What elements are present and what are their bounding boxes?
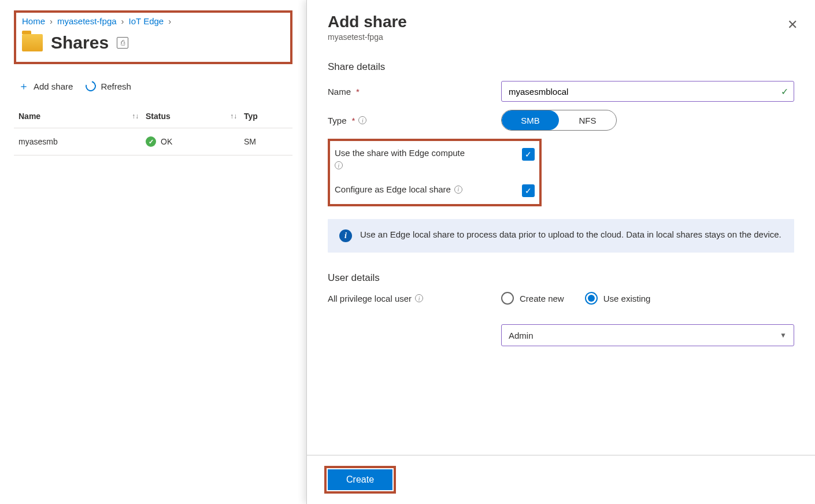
name-input[interactable]	[501, 81, 794, 102]
add-share-button[interactable]: ＋ Add share	[18, 79, 73, 93]
sort-icon: ↑↓	[230, 112, 244, 120]
label-name: Name*	[328, 87, 501, 97]
table-row[interactable]: myasesmb ✓ OK SM	[14, 128, 292, 155]
create-highlight-box: Create	[324, 466, 396, 494]
check-icon: ✓	[781, 86, 788, 97]
chevron-down-icon: ▼	[780, 331, 787, 339]
type-smb[interactable]: SMB	[502, 110, 559, 130]
pin-icon[interactable]: ⎙	[117, 37, 128, 49]
user-select-value: Admin	[509, 331, 534, 340]
ok-icon: ✓	[146, 136, 156, 147]
radio-use-existing[interactable]	[585, 292, 598, 305]
radio-existing-label: Use existing	[603, 294, 651, 303]
info-icon[interactable]: i	[454, 186, 462, 194]
info-text: Use an Edge local share to process data …	[360, 229, 781, 242]
info-icon[interactable]: i	[358, 116, 366, 124]
panel-subtitle: myasetest-fpga	[328, 32, 794, 42]
section-share-details: Share details	[328, 61, 794, 73]
sort-icon: ↑↓	[132, 112, 146, 120]
label-use-edge: Use the share with Edge compute	[335, 148, 465, 158]
edge-options-highlight: Use the share with Edge compute i ✓ Conf…	[328, 139, 542, 206]
cell-name: myasesmb	[18, 137, 146, 146]
plus-icon: ＋	[18, 79, 29, 93]
info-icon[interactable]: i	[335, 161, 343, 169]
chevron-right-icon: ›	[168, 16, 171, 26]
info-banner: i Use an Edge local share to process dat…	[328, 219, 794, 253]
create-button[interactable]: Create	[328, 469, 392, 490]
label-local-user: All privilege local user i	[328, 294, 501, 303]
refresh-button[interactable]: Refresh	[86, 79, 131, 93]
chevron-right-icon: ›	[50, 16, 53, 26]
label-config-local: Configure as Edge local share	[335, 184, 451, 194]
add-share-label: Add share	[34, 81, 73, 91]
info-badge-icon: i	[339, 229, 352, 242]
type-toggle: SMB NFS	[501, 110, 617, 131]
checkbox-use-edge[interactable]: ✓	[522, 148, 535, 161]
radio-create-label: Create new	[520, 294, 564, 303]
page-title: Shares	[51, 33, 109, 53]
refresh-icon	[84, 79, 98, 94]
close-icon[interactable]: ✕	[787, 17, 798, 32]
type-nfs[interactable]: NFS	[559, 110, 616, 130]
breadcrumb-home[interactable]: Home	[22, 16, 45, 26]
breadcrumb-iot-edge[interactable]: IoT Edge	[129, 16, 164, 26]
panel-title: Add share	[328, 13, 794, 31]
refresh-label: Refresh	[101, 81, 131, 91]
add-share-panel: ✕ Add share myasetest-fpga Share details…	[306, 0, 815, 504]
header-highlight-box: Home › myasetest-fpga › IoT Edge › Share…	[14, 10, 292, 64]
col-header-status[interactable]: Status ↑↓	[146, 112, 244, 121]
checkbox-config-local[interactable]: ✓	[522, 184, 535, 197]
shares-table: Name ↑↓ Status ↑↓ Typ myasesmb ✓ OK SM	[14, 105, 292, 155]
cell-status: OK	[161, 137, 172, 146]
toolbar: ＋ Add share Refresh	[14, 72, 292, 100]
cell-type: SM	[244, 137, 288, 146]
radio-create-new[interactable]	[501, 292, 514, 305]
section-user-details: User details	[328, 272, 794, 284]
info-icon[interactable]: i	[415, 294, 423, 302]
breadcrumb-device[interactable]: myasetest-fpga	[57, 16, 117, 26]
breadcrumb: Home › myasetest-fpga › IoT Edge ›	[22, 16, 284, 26]
col-header-name[interactable]: Name ↑↓	[18, 112, 146, 121]
col-header-type[interactable]: Typ	[244, 112, 288, 121]
label-type: Type* i	[328, 116, 501, 125]
folder-icon	[22, 34, 43, 51]
chevron-right-icon: ›	[121, 16, 124, 26]
user-select[interactable]: Admin ▼	[501, 324, 794, 346]
